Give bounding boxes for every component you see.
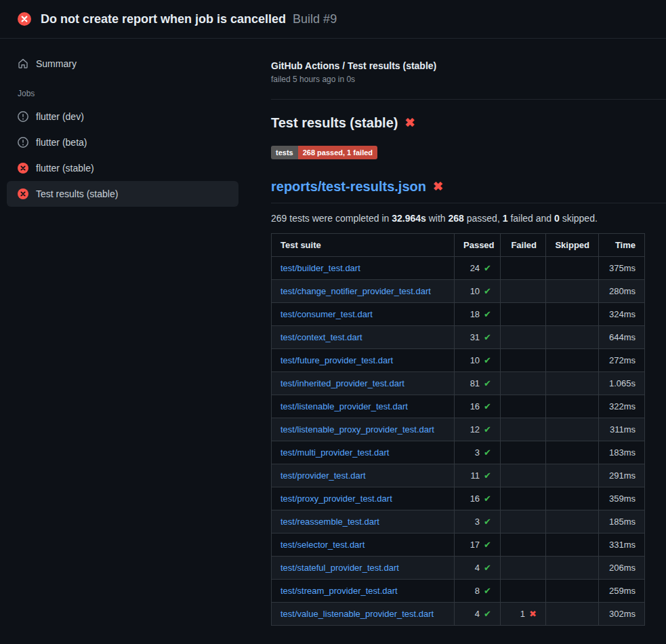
suite-cell: test/listenable_proxy_provider_test.dart [272,418,455,441]
table-row: test/consumer_test.dart18✔324ms [272,303,645,326]
time-cell: 322ms [599,395,645,418]
suite-cell: test/reassemble_test.dart [272,510,455,534]
skipped-cell [546,372,599,395]
check-icon: ✔ [484,263,491,273]
test-suite-link[interactable]: test/stream_provider_test.dart [280,586,398,596]
test-suite-link[interactable]: test/context_test.dart [280,332,362,342]
section-title: Test results (stable) ✖ [271,113,645,132]
time-cell: 375ms [599,257,645,280]
sidebar-item-summary[interactable]: Summary [7,51,238,77]
badge-label: tests [271,146,298,159]
check-icon: ✔ [484,563,491,573]
divider [271,99,666,100]
time-cell: 359ms [599,487,645,510]
check-icon: ✔ [484,378,491,388]
sidebar-job-flutter-dev[interactable]: flutter (dev) [7,104,238,129]
test-suite-link[interactable]: test/stateful_provider_test.dart [280,563,399,573]
test-suite-link[interactable]: test/proxy_provider_test.dart [280,494,392,504]
passed-cell: 3✔ [455,510,501,534]
table-row: test/multi_provider_test.dart3✔183ms [272,441,645,464]
sidebar-job-flutter-stable[interactable]: flutter (stable) [7,155,238,181]
passed-cell: 4✔ [455,557,501,580]
skipped-cell [546,580,599,603]
failed-cell [501,487,546,510]
failed-cell [501,372,546,395]
suite-cell: test/builder_test.dart [272,257,455,280]
passed-cell: 81✔ [455,372,501,395]
test-suite-link[interactable]: test/listenable_provider_test.dart [280,401,408,411]
check-icon: ✔ [484,355,491,365]
passed-cell: 3✔ [455,441,501,464]
failed-cell [501,326,546,349]
failed-cell [501,395,546,418]
time-cell: 183ms [599,441,645,464]
job-label: flutter (dev) [36,111,84,122]
suite-cell: test/listenable_provider_test.dart [272,395,455,418]
test-suite-link[interactable]: test/listenable_proxy_provider_test.dart [280,424,434,435]
header-passed: Passed [455,234,501,257]
suite-cell: test/change_notifier_provider_test.dart [272,280,455,303]
summary-text: with [426,213,449,224]
summary-failed: 1 [503,213,508,224]
jobs-list: flutter (dev)flutter (beta)flutter (stab… [7,104,238,207]
app-root: Do not create report when job is cancell… [0,0,666,644]
test-suite-link[interactable]: test/inherited_provider_test.dart [280,378,404,388]
check-icon: ✔ [484,309,491,319]
test-suite-link[interactable]: test/future_provider_test.dart [280,355,393,365]
table-row: test/listenable_provider_test.dart16✔322… [272,395,645,418]
passed-count: 3 [475,447,480,458]
check-icon: ✔ [484,540,491,550]
job-label: flutter (stable) [36,163,94,174]
passed-cell: 31✔ [455,326,501,349]
test-suite-link[interactable]: test/builder_test.dart [280,263,360,273]
passed-count: 10 [470,286,480,296]
page-layout: Summary Jobs flutter (dev)flutter (beta)… [0,39,666,644]
cross-icon: ✖ [529,609,537,619]
passed-cell: 17✔ [455,534,501,557]
red-cross-icon: ✖ [433,180,443,193]
test-suite-link[interactable]: test/selector_test.dart [280,540,365,550]
passed-count: 4 [475,563,480,573]
test-suite-link[interactable]: test/reassemble_test.dart [280,517,379,527]
x-circle-icon [18,188,28,199]
sidebar-job-flutter-beta[interactable]: flutter (beta) [7,129,238,155]
table-row: test/stateful_provider_test.dart4✔206ms [272,557,645,580]
failed-cell [501,257,546,280]
skipped-cell [546,557,599,580]
check-icon: ✔ [484,401,491,411]
suite-cell: test/consumer_test.dart [272,303,455,326]
report-link[interactable]: reports/test-results.json [271,177,426,196]
tests-badge: tests 268 passed, 1 failed [271,146,377,159]
sidebar-job-test-results-stable[interactable]: Test results (stable) [7,181,238,207]
suite-cell: test/multi_provider_test.dart [272,441,455,464]
suite-cell: test/proxy_provider_test.dart [272,487,455,510]
breadcrumb: GitHub Actions / Test results (stable) [271,60,645,71]
failed-cell: 1✖ [501,603,546,626]
test-suite-link[interactable]: test/change_notifier_provider_test.dart [280,286,431,296]
passed-cell: 10✔ [455,349,501,372]
build-number: Build #9 [293,12,337,26]
time-cell: 272ms [599,349,645,372]
check-icon: ✔ [484,286,491,296]
time-cell: 1.065s [599,372,645,395]
test-suite-link[interactable]: test/multi_provider_test.dart [280,447,389,458]
skipped-cell [546,510,599,534]
sidebar: Summary Jobs flutter (dev)flutter (beta)… [0,39,249,644]
header-time: Time [599,234,645,257]
suite-cell: test/value_listenable_provider_test.dart [272,603,455,626]
header-failed: Failed [501,234,546,257]
summary-skipped: 0 [554,213,560,224]
passed-count: 17 [470,540,480,550]
test-suite-link[interactable]: test/value_listenable_provider_test.dart [280,609,434,619]
test-suite-link[interactable]: test/provider_test.dart [280,470,366,481]
x-circle-icon [18,12,31,26]
test-suite-link[interactable]: test/consumer_test.dart [280,309,373,319]
passed-count: 81 [470,378,480,388]
table-row: test/builder_test.dart24✔375ms [272,257,645,280]
check-icon: ✔ [484,586,491,596]
time-cell: 324ms [599,303,645,326]
passed-count: 3 [475,517,480,527]
passed-cell: 12✔ [455,418,501,441]
time-cell: 291ms [599,464,645,487]
passed-count: 24 [470,263,480,273]
